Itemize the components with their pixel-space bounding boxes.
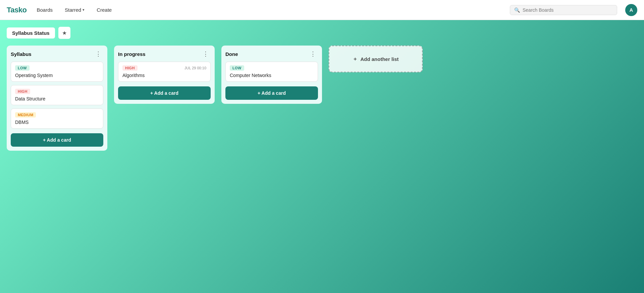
card-algorithms[interactable]: HIGH JUL 29 00:10 Algorithms [118, 62, 211, 82]
card-title: Operating System [15, 73, 99, 78]
nav-create[interactable]: Create [95, 6, 114, 14]
card-title: DBMS [15, 120, 99, 125]
card-dbms[interactable]: MEDIUM DBMS [11, 108, 103, 129]
starred-label: Starred [65, 7, 81, 13]
add-another-list-label: Add another list [360, 56, 398, 62]
card-operating-system[interactable]: LOW Operating System [11, 62, 103, 82]
nav-boards[interactable]: Boards [35, 6, 55, 14]
badge-high: HIGH [15, 89, 30, 94]
header: Tasko Boards Starred ▾ Create 🔍 A [0, 0, 644, 20]
list-menu-button-done[interactable]: ⋮ [308, 50, 318, 58]
card-computer-networks[interactable]: LOW Computer Networks [225, 62, 318, 82]
create-label: Create [97, 7, 112, 13]
star-icon: ★ [62, 30, 67, 36]
card-title: Algorithms [122, 73, 206, 78]
list-title-in-progress: In progress [118, 51, 146, 57]
list-menu-button-in-progress[interactable]: ⋮ [201, 50, 211, 58]
add-another-list-button[interactable]: ＋ Add another list [329, 46, 423, 72]
chevron-down-icon: ▾ [83, 8, 85, 12]
add-card-button-in-progress[interactable]: + Add a card [118, 86, 211, 100]
search-bar[interactable]: 🔍 [510, 5, 617, 15]
logo: Tasko [7, 6, 26, 14]
badge-low: LOW [230, 65, 244, 71]
lists-container: Syllabus ⋮ LOW Operating System HIGH Dat… [7, 46, 637, 151]
nav-starred[interactable]: Starred ▾ [63, 6, 87, 14]
badge-high: HIGH [122, 65, 138, 71]
search-input[interactable] [523, 7, 613, 13]
badge-medium: MEDIUM [15, 112, 36, 118]
list-header-syllabus: Syllabus ⋮ [11, 50, 103, 58]
card-data-structure[interactable]: HIGH Data Structure [11, 85, 103, 105]
star-button[interactable]: ★ [58, 27, 70, 39]
list-header-in-progress: In progress ⋮ [118, 50, 211, 58]
list-menu-button-syllabus[interactable]: ⋮ [93, 50, 103, 58]
list-in-progress: In progress ⋮ HIGH JUL 29 00:10 Algorith… [114, 46, 215, 104]
board-title-button[interactable]: Syllabus Status [7, 27, 55, 39]
card-date: JUL 29 00:10 [184, 66, 206, 70]
badge-low: LOW [15, 65, 30, 71]
card-title: Data Structure [15, 96, 99, 101]
card-title: Computer Networks [230, 73, 314, 78]
add-card-button-done[interactable]: + Add a card [225, 86, 318, 100]
boards-label: Boards [37, 7, 53, 13]
list-header-done: Done ⋮ [225, 50, 318, 58]
list-syllabus: Syllabus ⋮ LOW Operating System HIGH Dat… [7, 46, 107, 151]
search-icon: 🔍 [514, 7, 520, 13]
board-main: Syllabus Status ★ Syllabus ⋮ LOW Operati… [0, 20, 644, 293]
add-card-button-syllabus[interactable]: + Add a card [11, 133, 103, 147]
avatar[interactable]: A [625, 4, 637, 16]
plus-icon: ＋ [353, 56, 358, 62]
list-title-done: Done [225, 51, 238, 57]
board-header: Syllabus Status ★ [7, 27, 637, 39]
list-title-syllabus: Syllabus [11, 51, 32, 57]
list-done: Done ⋮ LOW Computer Networks + Add a car… [221, 46, 322, 104]
